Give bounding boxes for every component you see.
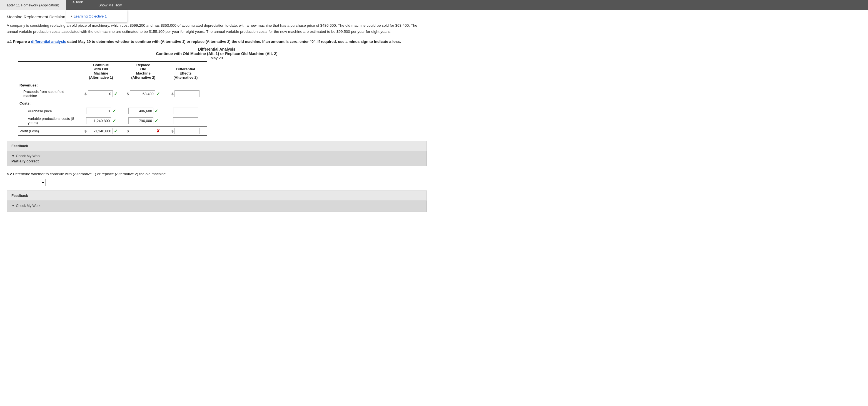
profit-label: Profit (Loss) <box>18 126 80 136</box>
page-content: Machine Replacement Decision A company i… <box>0 10 433 221</box>
a1-section: a.1 Prepare a differential analysis date… <box>7 39 427 136</box>
show-me-label: Show Me How <box>98 3 122 7</box>
profit-alt1-input[interactable] <box>88 128 113 134</box>
col-header-diff: DifferentialEffects(Alternative 2) <box>164 61 207 81</box>
proceeds-diff-input-group: $ <box>166 90 205 97</box>
purchase-alt1-input-group: ✓ <box>82 108 120 114</box>
variable-alt2-input[interactable] <box>128 117 153 124</box>
variable-alt2-cell: ✓ <box>122 115 164 126</box>
check-my-work2-label: ▼ Check My Work <box>11 204 422 208</box>
variable-label: Variable productions costs (8 years) <box>18 115 80 126</box>
costs-label: Costs: <box>18 99 80 107</box>
table-header: Differential Analysis Continue with Old … <box>7 47 427 60</box>
check-my-work1-section: ▼ Check My Work Partially correct <box>7 151 427 166</box>
a1-label: a.1 Prepare a differential analysis date… <box>7 39 427 44</box>
purchase-diff-input-group <box>166 108 205 114</box>
variable-alt1-input[interactable] <box>86 117 111 124</box>
purchase-diff-cell <box>164 107 207 115</box>
feedback1-label: Feedback <box>11 144 422 148</box>
variable-diff-cell <box>164 115 207 126</box>
variable-alt2-check-icon: ✓ <box>154 118 158 123</box>
proceeds-alt1-input[interactable] <box>88 90 113 97</box>
purchase-diff-input[interactable] <box>173 108 198 114</box>
variable-alt1-cell: ✓ <box>80 115 122 126</box>
purchase-row: Purchase price ✓ ✓ <box>18 107 207 115</box>
profit-alt2-cell: $ ✗ <box>122 126 164 136</box>
proceeds-alt1-input-group: $ ✓ <box>82 90 120 97</box>
a2-dropdown-container: Continue (Alt. 1) Replace (Alt. 2) <box>7 179 427 186</box>
intro-text: A company is considering replacing an ol… <box>7 23 427 34</box>
a1-instruction: Prepare a differential analysis dated Ma… <box>13 39 401 44</box>
profit-alt2-input[interactable] <box>130 128 155 134</box>
proceeds-diff-cell: $ <box>164 88 207 99</box>
profit-alt1-cell: $ ✓ <box>80 126 122 136</box>
partially-correct-status: Partially correct <box>11 159 422 163</box>
feedback1-section: Feedback <box>7 141 427 151</box>
table-title-line3: May 29 <box>7 56 427 60</box>
profit-row: Profit (Loss) $ ✓ $ <box>18 126 207 136</box>
table-title-line1: Differential Analysis <box>7 47 427 52</box>
chapter-tab-label: apter 11 Homework (Application) <box>7 3 59 7</box>
proceeds-diff-dollar: $ <box>172 92 174 96</box>
feedback2-section: Feedback <box>7 191 427 201</box>
profit-alt1-check-icon: ✓ <box>114 128 118 134</box>
ebook-tab-label: eBook <box>72 0 83 4</box>
proceeds-alt2-check-icon: ✓ <box>156 91 160 96</box>
a2-instruction: Determine whether to continue with (Alte… <box>13 172 167 176</box>
revenues-section-row: Revenues: <box>18 81 207 89</box>
proceeds-alt1-cell: $ ✓ <box>80 88 122 99</box>
costs-section-row: Costs: <box>18 99 207 107</box>
triangle-icon2: ▼ <box>11 204 15 208</box>
variable-diff-input-group <box>166 117 205 124</box>
differential-analysis-table: Continuewith OldMachine(Alternative 1) R… <box>18 61 207 136</box>
learning-objective-item[interactable]: • Learning Objective 1 <box>66 12 127 20</box>
variable-row: Variable productions costs (8 years) ✓ ✓ <box>18 115 207 126</box>
profit-alt1-dollar: $ <box>85 129 86 133</box>
proceeds-alt2-input-group: $ ✓ <box>124 90 163 97</box>
table-header-row: Continuewith OldMachine(Alternative 1) R… <box>18 61 207 81</box>
purchase-alt2-input[interactable] <box>128 108 153 114</box>
table-section: Differential Analysis Continue with Old … <box>7 47 427 136</box>
proceeds-diff-input[interactable] <box>175 90 199 97</box>
proceeds-alt2-dollar: $ <box>127 92 129 96</box>
ebook-tab[interactable]: eBook <box>66 0 90 4</box>
variable-alt2-input-group: ✓ <box>124 117 163 124</box>
variable-alt1-input-group: ✓ <box>82 117 120 124</box>
triangle-icon1: ▼ <box>11 154 15 158</box>
a2-dropdown[interactable]: Continue (Alt. 1) Replace (Alt. 2) <box>7 179 45 186</box>
top-navigation: apter 11 Homework (Application) eBook • … <box>0 0 868 10</box>
show-me-tab[interactable]: Show Me How <box>92 0 128 10</box>
col-header-alt1: Continuewith OldMachine(Alternative 1) <box>80 61 122 81</box>
chapter-tab[interactable]: apter 11 Homework (Application) <box>0 0 66 10</box>
differential-analysis-link[interactable]: differential analysis <box>31 39 66 44</box>
proceeds-alt2-cell: $ ✓ <box>122 88 164 99</box>
ebook-dropdown-container: eBook • Learning Objective 1 <box>66 0 90 10</box>
feedback2-label: Feedback <box>11 194 422 198</box>
proceeds-row: Proceeds from sale of old machine $ ✓ $ <box>18 88 207 99</box>
profit-diff-input[interactable] <box>175 128 199 134</box>
purchase-label: Purchase price <box>18 107 80 115</box>
proceeds-alt2-input[interactable] <box>130 90 155 97</box>
profit-alt1-input-group: $ ✓ <box>82 128 120 134</box>
col-header-alt2: ReplaceOldMachine(Alternative 2) <box>122 61 164 81</box>
variable-diff-input[interactable] <box>173 117 198 124</box>
bullet-icon: • <box>70 14 72 18</box>
purchase-alt1-check-icon: ✓ <box>112 109 116 114</box>
revenues-label: Revenues: <box>18 81 80 89</box>
purchase-alt2-input-group: ✓ <box>124 108 163 114</box>
check-my-work2-section: ▼ Check My Work <box>7 201 427 212</box>
purchase-alt1-cell: ✓ <box>80 107 122 115</box>
a2-label: a.2 <box>7 172 12 176</box>
check-my-work1-label: ▼ Check My Work <box>11 154 422 158</box>
purchase-alt2-cell: ✓ <box>122 107 164 115</box>
purchase-alt1-input[interactable] <box>86 108 111 114</box>
learning-objective-link[interactable]: Learning Objective 1 <box>74 14 107 18</box>
variable-alt1-check-icon: ✓ <box>112 118 116 123</box>
profit-alt2-dollar: $ <box>127 129 129 133</box>
a2-section: a.2 Determine whether to continue with (… <box>7 172 427 186</box>
profit-diff-input-group: $ <box>166 128 205 134</box>
a2-question: a.2 Determine whether to continue with (… <box>7 172 427 176</box>
table-title-line2: Continue with Old Machine (Alt. 1) or Re… <box>7 52 427 56</box>
profit-diff-dollar: $ <box>172 129 174 133</box>
profit-diff-cell: $ <box>164 126 207 136</box>
